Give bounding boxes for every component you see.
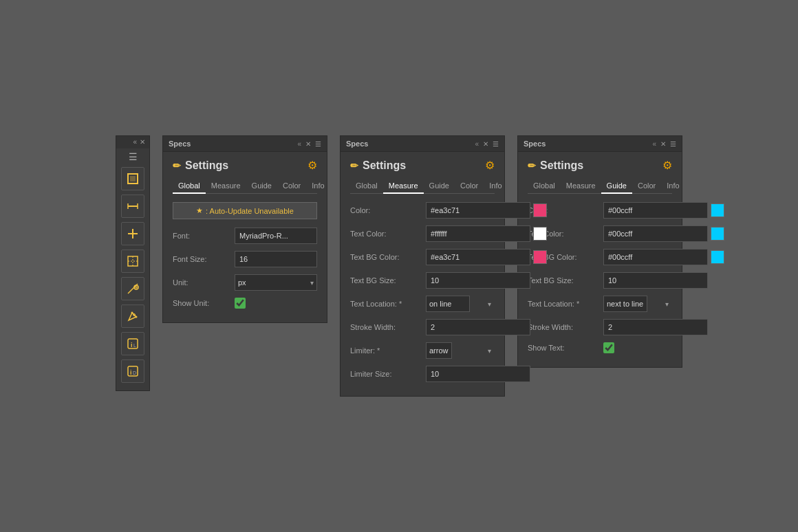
svg-text:i: i [131, 342, 133, 348]
tab-global-guide[interactable]: Guide [246, 179, 277, 194]
specs-body-measure: ✏ Settings ⚙ Global Measure Guide Color … [341, 152, 504, 396]
panel-collapse-btn-global[interactable]: « [297, 140, 301, 148]
measure-color-input-group [426, 202, 547, 219]
toolbar-close-btn[interactable]: ✕ [140, 139, 145, 146]
guide-textbgcolor-swatch[interactable] [711, 250, 724, 264]
tab-measure-info[interactable]: Info [484, 179, 507, 194]
tab-global-measure[interactable]: Measure [206, 179, 246, 194]
fontsize-label: Font Size: [173, 255, 235, 263]
settings-title-guide: ✏ Settings [528, 159, 583, 172]
tab-guide-color[interactable]: Color [632, 179, 661, 194]
guide-showtext-row: Show Text: [528, 342, 672, 353]
tab-measure-color[interactable]: Color [455, 179, 484, 194]
toolbar-collapse-btn[interactable]: « [133, 139, 137, 146]
measure-limitersize-input[interactable] [426, 366, 530, 382]
tab-guide-global[interactable]: Global [528, 179, 561, 194]
center-tool-btn[interactable] [121, 250, 144, 273]
specs-title-global: Specs [169, 140, 191, 148]
add-point-tool-btn[interactable] [121, 277, 144, 300]
measure-textcolor-input[interactable] [426, 225, 530, 242]
info-d-tool-btn[interactable]: i D [121, 359, 144, 383]
measure-textcolor-input-group [426, 225, 547, 242]
unit-select[interactable]: pxptemrem [235, 274, 317, 291]
specs-label-measure: Specs [346, 140, 368, 148]
plus-tool-btn[interactable] [121, 222, 144, 245]
measure-textbgsize-row: Text BG Size: [350, 272, 495, 289]
measure-textcolor-swatch[interactable] [533, 227, 547, 241]
tab-global-info[interactable]: Info [306, 179, 330, 194]
measure-strokewidth-row: Stroke Width: [350, 319, 495, 335]
settings-label-guide: Settings [540, 159, 583, 172]
measure-limiter-select[interactable]: arrowlinenone [426, 342, 452, 359]
measure-textbgsize-label: Text BG Size: [350, 276, 426, 285]
showunit-row: Show Unit: [173, 298, 317, 309]
panel-collapse-btn-measure[interactable]: « [475, 140, 479, 148]
tab-measure-guide[interactable]: Guide [424, 179, 455, 194]
tab-measure-measure[interactable]: Measure [383, 179, 424, 194]
guide-strokewidth-input[interactable] [603, 319, 708, 335]
measure-textbgcolor-input[interactable] [426, 249, 530, 265]
measure-color-input[interactable] [426, 202, 530, 219]
select-tool-btn[interactable] [121, 167, 144, 190]
guide-textcolor-row: Text Color: [528, 225, 672, 242]
guide-textcolor-input[interactable] [603, 225, 708, 242]
measure-textcolor-row: Text Color: [350, 225, 495, 242]
measure-fields-wrapper: Color: Text Color: Text BG Col [350, 202, 495, 382]
guide-textbgcolor-input[interactable] [603, 249, 708, 265]
tab-guide-info[interactable]: Info [661, 179, 684, 194]
measure-textbgcolor-swatch[interactable] [533, 250, 547, 264]
panel-close-btn-measure[interactable]: ✕ [483, 140, 488, 148]
measure-color-row: Color: [350, 202, 495, 219]
guide-color-input[interactable] [603, 202, 708, 219]
guide-color-swatch[interactable] [711, 203, 724, 217]
panel-close-btn-guide[interactable]: ✕ [660, 140, 666, 148]
panel-menu-btn-guide[interactable]: ☰ [670, 140, 676, 148]
panel-menu-btn-measure[interactable]: ☰ [493, 140, 499, 148]
measure-textloc-select[interactable]: on linenext to lineabovebelow [426, 296, 470, 312]
tab-measure-global[interactable]: Global [350, 179, 383, 194]
guide-showtext-checkbox[interactable] [603, 342, 614, 353]
font-label: Font: [173, 232, 235, 240]
measure-strokewidth-input[interactable] [426, 319, 530, 335]
pencil-icon-global: ✏ [173, 160, 181, 171]
specs-title-guide: Specs [524, 140, 546, 148]
panel-close-btn-global[interactable]: ✕ [305, 140, 311, 148]
font-input[interactable] [235, 228, 317, 244]
pencil-icon-measure: ✏ [350, 160, 358, 171]
measure-textbgcolor-row: Text BG Color: [350, 249, 495, 265]
specs-label-global: Specs [169, 140, 191, 148]
measure-textloc-row: Text Location: * on linenext to lineabov… [350, 296, 495, 312]
gear-icon-measure[interactable]: ⚙ [485, 159, 495, 172]
unit-label: Unit: [173, 278, 235, 287]
panel-collapse-btn-guide[interactable]: « [652, 140, 656, 148]
showunit-label: Show Unit: [173, 299, 235, 307]
fontsize-input[interactable] [235, 251, 317, 267]
measure-textbgsize-input[interactable] [426, 272, 530, 289]
measure-tool-btn[interactable] [121, 195, 144, 218]
settings-header-guide: ✏ Settings ⚙ [528, 159, 672, 172]
specs-titlebar-measure: Specs « ✕ ☰ [341, 136, 504, 152]
pencil-icon-guide: ✏ [528, 160, 536, 171]
settings-title-global: ✏ Settings [173, 159, 228, 172]
guide-color-input-group [603, 202, 724, 219]
tab-global-color[interactable]: Color [277, 179, 306, 194]
gear-icon-global[interactable]: ⚙ [308, 159, 317, 172]
guide-textbgsize-input[interactable] [603, 272, 708, 289]
panel-menu-btn-global[interactable]: ☰ [315, 140, 321, 148]
tab-guide-measure[interactable]: Measure [561, 179, 601, 194]
font-row: Font: [173, 228, 317, 244]
guide-textloc-select[interactable]: on linenext to lineabovebelow [603, 296, 647, 312]
guide-textcolor-swatch[interactable] [711, 227, 724, 241]
measure-color-swatch[interactable] [533, 203, 547, 217]
tab-global-global[interactable]: Global [173, 179, 206, 194]
guide-strokewidth-row: Stroke Width: [528, 319, 672, 335]
gear-icon-guide[interactable]: ⚙ [662, 159, 672, 172]
info-l-tool-btn[interactable]: i L [121, 332, 144, 355]
pen-tool-btn[interactable] [121, 304, 144, 328]
auto-update-btn[interactable]: ★ : Auto-Update Unavailable [173, 202, 317, 219]
svg-text:i: i [130, 369, 132, 376]
toolbar-menu-btn[interactable]: ☰ [116, 148, 149, 165]
showunit-checkbox[interactable] [235, 298, 246, 309]
guide-textbgcolor-input-group [603, 249, 724, 265]
tab-guide-guide[interactable]: Guide [601, 179, 632, 194]
